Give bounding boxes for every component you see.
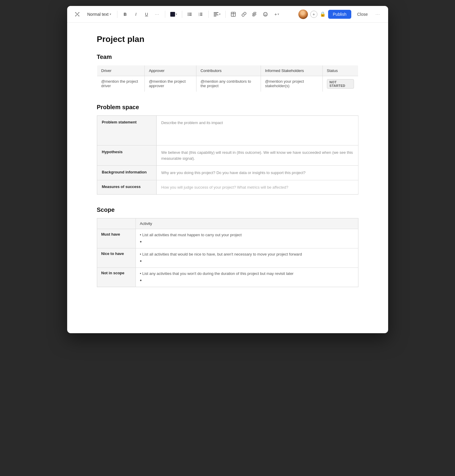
status-cell: NOT STARTED (322, 76, 358, 92)
page-content: Project plan Team Driver Approver Contri… (67, 23, 388, 317)
toolbar-divider-5 (225, 11, 226, 18)
svg-rect-18 (214, 15, 218, 15)
publish-button[interactable]: Publish (328, 10, 351, 19)
problem-statement-value[interactable]: Describe the problem and its impact (156, 116, 358, 145)
toolbar-divider-3 (182, 11, 182, 18)
problem-space-table: Problem statement Describe the problem a… (97, 115, 358, 195)
text-style-selector[interactable]: Normal text ▾ (85, 11, 114, 18)
attachment-button[interactable] (251, 10, 259, 18)
scope-section-heading: Scope (97, 206, 358, 213)
problem-statement-row: Problem statement Describe the problem a… (97, 116, 358, 145)
chevron-down-icon: ▾ (176, 12, 177, 16)
svg-point-23 (264, 12, 267, 16)
chevron-down-icon: ▾ (278, 12, 279, 16)
numbered-list-button[interactable]: 1. 2. 3. (196, 10, 205, 18)
svg-point-0 (75, 12, 76, 13)
measures-row: Measures of success How you will judge s… (97, 180, 358, 195)
team-col-contributors: Contributors (196, 65, 261, 76)
background-row: Background information Why are you doing… (97, 166, 358, 180)
emoji-button[interactable] (261, 10, 270, 18)
scope-empty-header (97, 218, 136, 229)
status-badge: NOT STARTED (327, 79, 354, 89)
bullet-list-button[interactable] (186, 10, 194, 18)
nice-to-have-label: Nice to have (97, 248, 136, 268)
svg-rect-19 (214, 16, 216, 16)
background-label: Background information (97, 166, 156, 180)
link-button[interactable] (240, 10, 248, 18)
must-have-activity[interactable]: List all activities that must happen to … (136, 229, 358, 248)
problem-statement-label: Problem statement (97, 116, 156, 145)
nice-to-have-activity[interactable]: List all activities that would be nice t… (136, 248, 358, 268)
close-button[interactable]: Close (354, 10, 371, 19)
svg-text:3.: 3. (199, 15, 200, 16)
team-col-informed: Informed Stakeholders (261, 65, 322, 76)
underline-button[interactable]: U (142, 10, 151, 18)
insert-plus-button[interactable]: + ▾ (272, 10, 281, 18)
scope-activity-header: Activity (136, 218, 358, 229)
svg-point-24 (265, 13, 265, 14)
svg-rect-13 (200, 14, 202, 15)
svg-point-4 (188, 12, 189, 13)
nice-to-have-row: Nice to have List all activities that wo… (97, 248, 358, 268)
svg-point-6 (188, 14, 189, 15)
must-have-label: Must have (97, 229, 136, 248)
more-formatting-button[interactable]: ··· (153, 10, 161, 18)
list-item: List any activities that you won't do du… (140, 271, 354, 276)
chevron-down-icon: ▾ (219, 12, 221, 16)
team-col-status: Status (322, 65, 358, 76)
team-col-driver: Driver (97, 65, 144, 76)
must-have-row: Must have List all activities that must … (97, 229, 358, 248)
more-options-button[interactable]: ··· (374, 10, 382, 18)
svg-point-25 (266, 13, 267, 14)
app-window: Normal text ▾ B I U ··· ▾ 1. (67, 6, 388, 333)
svg-rect-5 (189, 13, 192, 13)
avatar[interactable] (298, 10, 308, 19)
bold-button[interactable]: B (121, 10, 129, 18)
hypothesis-value[interactable]: We believe that (this capability) will r… (156, 145, 358, 166)
list-item: List all activities that must happen to … (140, 232, 354, 238)
background-value[interactable]: Why are you doing this project? Do you h… (156, 166, 358, 180)
hypothesis-row: Hypothesis We believe that (this capabil… (97, 145, 358, 166)
table-button[interactable] (229, 10, 237, 18)
measures-label: Measures of success (97, 180, 156, 195)
table-row: @mention the project driver @mention the… (97, 76, 358, 92)
team-table: Driver Approver Contributors Informed St… (97, 65, 358, 92)
team-section-heading: Team (97, 54, 358, 60)
toolbar-divider-1 (117, 11, 117, 18)
informed-cell[interactable]: @mention your project stakeholder(s) (261, 76, 322, 92)
svg-point-3 (78, 12, 79, 13)
team-col-approver: Approver (144, 65, 196, 76)
svg-rect-16 (214, 12, 218, 13)
svg-rect-7 (189, 14, 192, 15)
svg-rect-9 (189, 15, 192, 16)
italic-button[interactable]: I (132, 10, 140, 18)
toolbar-divider-4 (208, 11, 209, 18)
svg-point-2 (75, 15, 76, 16)
svg-point-8 (188, 15, 189, 16)
alignment-button[interactable]: ▾ (212, 10, 222, 18)
lock-icon: 🔒 (320, 11, 326, 17)
text-color-button[interactable]: ▾ (169, 10, 178, 18)
add-collaborator-button[interactable]: + (310, 11, 317, 18)
toolbar-right: + 🔒 Publish Close ··· (298, 10, 382, 19)
color-swatch (170, 12, 175, 17)
svg-point-1 (78, 15, 79, 16)
toolbar-divider-2 (165, 11, 165, 18)
list-item: List all activities that would be nice t… (140, 251, 354, 257)
measures-value[interactable]: How you will judge success of your proje… (156, 180, 358, 195)
driver-cell[interactable]: @mention the project driver (97, 76, 144, 92)
list-item-empty: • (140, 238, 354, 245)
svg-rect-11 (200, 13, 202, 13)
scope-table: Activity Must have List all activities t… (97, 218, 358, 287)
list-item-empty: • (140, 257, 354, 264)
hypothesis-label: Hypothesis (97, 145, 156, 166)
approver-cell[interactable]: @mention the project approver (144, 76, 196, 92)
list-item-empty: • (140, 276, 354, 284)
logo-icon[interactable] (73, 10, 81, 18)
not-in-scope-activity[interactable]: List any activities that you won't do du… (136, 268, 358, 287)
not-in-scope-label: Not in scope (97, 268, 136, 287)
problem-space-heading: Problem space (97, 104, 358, 111)
toolbar: Normal text ▾ B I U ··· ▾ 1. (67, 6, 388, 23)
svg-rect-17 (214, 13, 217, 14)
contributors-cell[interactable]: @mention any contributors to the project (196, 76, 261, 92)
